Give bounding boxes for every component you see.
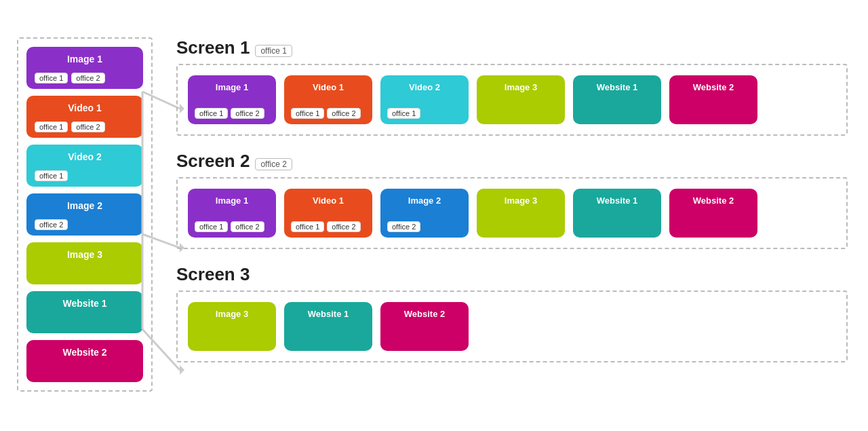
screen-cards-container: Image 1office 1office 2Video 1office 1of… xyxy=(176,64,848,136)
card-tags: office 1office 2 xyxy=(291,221,366,232)
card-tags: office 2 xyxy=(387,221,462,232)
tag: office 1 xyxy=(35,73,68,83)
card-title: Video 1 xyxy=(291,82,366,92)
playlist-item-image1[interactable]: Image 1office 1office 2 xyxy=(26,47,143,89)
screen-card[interactable]: Website 2 xyxy=(669,75,757,124)
card-title: Website 2 xyxy=(676,195,751,206)
tag: office 1 xyxy=(195,108,228,119)
screen-card[interactable]: Image 3 xyxy=(477,189,565,238)
card-tags: office 1office 2 xyxy=(35,121,135,132)
screen-card[interactable]: Website 1 xyxy=(284,302,372,351)
screen-section-screen3: Screen 3Image 3Website 1Website 2 xyxy=(176,264,848,362)
screen-card[interactable]: Image 3 xyxy=(477,75,565,124)
card-title: Video 1 xyxy=(291,195,366,206)
card-title: Image 1 xyxy=(195,195,269,206)
card-title: Image 1 xyxy=(35,54,135,64)
playlist-container: Image 1office 1office 2Video 1office 1of… xyxy=(17,37,153,392)
screen-card[interactable]: Website 1 xyxy=(573,75,661,124)
screen-title: Screen 3 xyxy=(176,264,250,285)
card-title: Image 2 xyxy=(387,195,462,206)
tag: office 2 xyxy=(231,108,264,119)
screen-badge: office 1 xyxy=(255,45,292,57)
screen-section-screen2: Screen 2office 2Image 1office 1office 2V… xyxy=(176,151,848,249)
screen-header: Screen 3 xyxy=(176,264,848,285)
tag: office 1 xyxy=(291,108,324,119)
card-title: Image 3 xyxy=(195,309,269,319)
playlist-item-website1[interactable]: Website 1 xyxy=(26,291,143,333)
card-title: Video 2 xyxy=(35,151,135,162)
screen-title: Screen 2 xyxy=(176,151,250,172)
card-title: Video 2 xyxy=(387,82,462,92)
card-title: Video 1 xyxy=(35,102,135,113)
screen-title: Screen 1 xyxy=(176,37,250,58)
playlist-item-image2[interactable]: Image 2office 2 xyxy=(26,193,143,236)
card-title: Website 2 xyxy=(676,82,751,92)
playlist-item-website2[interactable]: Website 2 xyxy=(26,340,143,382)
card-tags: office 1 xyxy=(387,108,462,119)
tag: office 2 xyxy=(231,221,264,232)
playlist-item-image3[interactable]: Image 3 xyxy=(26,242,143,284)
tag: office 2 xyxy=(71,121,104,132)
screens-area: Screen 1office 1Image 1office 1office 2V… xyxy=(176,37,848,377)
tag: office 1 xyxy=(35,170,68,181)
card-title: Image 1 xyxy=(195,82,269,92)
screen-card[interactable]: Video 2office 1 xyxy=(380,75,469,124)
screen-card[interactable]: Website 2 xyxy=(380,302,469,351)
card-title: Image 3 xyxy=(484,195,558,206)
screen-card[interactable]: Video 1office 1office 2 xyxy=(284,75,372,124)
screen-card[interactable]: Video 1office 1office 2 xyxy=(284,189,372,238)
tag: office 1 xyxy=(35,121,68,132)
tag: office 2 xyxy=(387,221,420,232)
tag: office 2 xyxy=(327,221,360,232)
screen-section-screen1: Screen 1office 1Image 1office 1office 2V… xyxy=(176,37,848,136)
playlist-item-video1[interactable]: Video 1office 1office 2 xyxy=(26,96,143,138)
tag: office 1 xyxy=(291,221,324,232)
tag: office 1 xyxy=(195,221,228,232)
card-tags: office 2 xyxy=(35,219,135,230)
card-title: Website 1 xyxy=(580,82,654,92)
card-tags: office 1office 2 xyxy=(291,108,366,119)
card-title: Website 1 xyxy=(580,195,654,206)
tag: office 2 xyxy=(71,73,104,83)
card-tags: office 1 xyxy=(35,170,135,181)
tag: office 2 xyxy=(327,108,360,119)
screen-card[interactable]: Image 3 xyxy=(188,302,276,351)
playlist-item-video2[interactable]: Video 2office 1 xyxy=(26,145,143,187)
card-title: Image 3 xyxy=(484,82,558,92)
screen-header: Screen 1office 1 xyxy=(176,37,848,58)
card-title: Website 2 xyxy=(35,347,135,358)
tag: office 2 xyxy=(35,219,68,230)
screen-header: Screen 2office 2 xyxy=(176,151,848,172)
screen-cards-container: Image 3Website 1Website 2 xyxy=(176,291,848,362)
screen-card[interactable]: Image 2office 2 xyxy=(380,189,469,238)
tag: office 1 xyxy=(387,108,420,119)
card-title: Website 2 xyxy=(387,309,462,319)
card-title: Image 3 xyxy=(35,249,135,260)
screen-cards-container: Image 1office 1office 2Video 1office 1of… xyxy=(176,177,848,249)
card-title: Website 1 xyxy=(291,309,366,319)
screen-card[interactable]: Image 1office 1office 2 xyxy=(188,75,276,124)
card-tags: office 1office 2 xyxy=(195,221,269,232)
screen-card[interactable]: Image 1office 1office 2 xyxy=(188,189,276,238)
card-title: Image 2 xyxy=(35,200,135,211)
card-tags: office 1office 2 xyxy=(35,73,135,83)
card-tags: office 1office 2 xyxy=(195,108,269,119)
card-title: Website 1 xyxy=(35,298,135,309)
screen-card[interactable]: Website 1 xyxy=(573,189,661,238)
screen-card[interactable]: Website 2 xyxy=(669,189,757,238)
screen-badge: office 2 xyxy=(255,158,292,170)
